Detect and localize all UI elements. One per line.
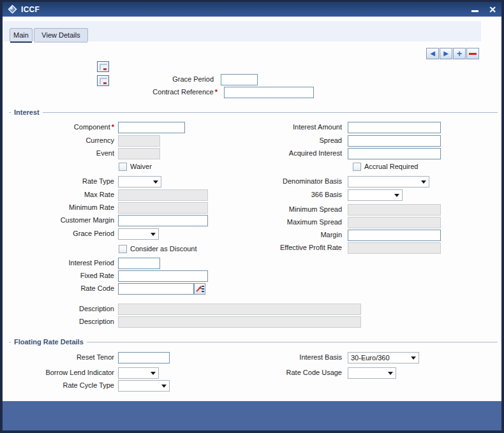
delete-record-button[interactable] (466, 48, 479, 59)
rate-code-usage-label: Rate Code Usage (213, 367, 345, 378)
grace-period-top-label: Grace Period (121, 74, 216, 85)
max-rate-input (118, 189, 208, 201)
maximum-spread-label: Maximum Spread (213, 217, 345, 228)
component-label: Component* (3, 122, 117, 133)
spread-label: Spread (213, 135, 345, 146)
fixed-rate-label: Fixed Rate (3, 270, 117, 281)
minus-icon (469, 53, 477, 55)
interest-period-label: Interest Period (3, 258, 117, 268)
chevron-down-icon (153, 180, 158, 184)
contract-reference-input[interactable] (224, 87, 314, 98)
reset-tenor-label: Reset Tenor (3, 352, 117, 363)
chevron-down-icon (161, 385, 167, 388)
rate-type-select[interactable] (118, 176, 161, 187)
add-record-button[interactable]: + (453, 48, 466, 59)
footer-bar (3, 401, 501, 430)
minimum-rate-input (118, 202, 208, 214)
minimize-icon[interactable] (471, 10, 478, 12)
fixed-rate-input[interactable] (118, 270, 208, 282)
consider-as-discount-label: Consider as Discount (130, 244, 197, 254)
description1-input (118, 304, 361, 315)
chevron-down-icon (388, 372, 393, 375)
grace-period-label: Grace Period (3, 228, 117, 239)
grace-period-top-input[interactable] (221, 74, 258, 85)
waiver-label: Waiver (130, 162, 152, 172)
waiver-checkbox[interactable] (119, 163, 127, 171)
tab-view-details-underline (34, 41, 87, 43)
chevron-down-icon (394, 194, 399, 197)
event-input (118, 148, 160, 159)
interest-amount-label: Interest Amount (213, 122, 345, 133)
accrual-required-label: Accrual Required (364, 162, 418, 172)
lov-icon (195, 284, 205, 294)
next-record-button[interactable]: ▶ (440, 48, 452, 59)
window-title: ICCF (21, 5, 40, 14)
tab-main-underline (10, 41, 32, 43)
previous-icon: ◀ (430, 50, 435, 57)
next-icon: ▶ (443, 50, 448, 57)
record-nav-toolbar: ◀ ▶ + (426, 48, 479, 59)
customer-margin-label: Customer Margin (3, 215, 117, 226)
rate-type-label: Rate Type (3, 176, 117, 187)
chevron-down-icon (421, 180, 426, 184)
chevron-down-icon (151, 372, 156, 375)
denominator-basis-label: Denominator Basis (213, 176, 345, 187)
rate-code-input[interactable] (118, 283, 194, 295)
interest-basis-label: Interest Basis (213, 352, 345, 363)
tab-strip: Main View Details (4, 21, 481, 41)
description1-label: Description (3, 304, 117, 314)
borrow-lend-indicator-select[interactable] (118, 367, 159, 379)
field-action-icon-1[interactable] (97, 61, 109, 72)
field-action-icon-2[interactable] (97, 75, 109, 86)
rate-code-lov-button[interactable] (194, 283, 205, 295)
floating-section-title: Floating Rate Details (11, 338, 87, 346)
max-rate-label: Max Rate (3, 189, 117, 200)
effective-profit-rate-label: Effective Profit Rate (213, 242, 345, 253)
effective-profit-rate-input (348, 242, 441, 254)
maximum-spread-input (348, 217, 441, 228)
tab-view-details[interactable]: View Details (34, 28, 88, 41)
iccf-dialog: ICCF ✕ Main View Details ◀ ▶ (0, 0, 504, 433)
acquired-interest-label: Acquired Interest (213, 148, 345, 159)
chevron-down-icon (411, 356, 416, 360)
component-input[interactable] (118, 122, 185, 133)
tab-main[interactable]: Main (10, 28, 33, 41)
minimum-spread-label: Minimum Spread (213, 204, 345, 215)
description2-input (118, 316, 361, 328)
dialog-body: Main View Details ◀ ▶ + (3, 17, 501, 401)
app-diamond-icon (8, 4, 17, 14)
spread-input[interactable] (348, 135, 441, 147)
minimum-spread-input (348, 204, 441, 216)
currency-input (118, 135, 160, 147)
plus-icon: + (457, 50, 462, 58)
rate-code-usage-select[interactable] (348, 367, 396, 379)
margin-input[interactable] (348, 230, 441, 241)
interest-period-input[interactable] (118, 258, 160, 269)
reset-tenor-input[interactable] (118, 352, 170, 363)
acquired-interest-input[interactable] (348, 148, 441, 159)
denominator-basis-select[interactable] (348, 176, 429, 187)
consider-as-discount-checkbox[interactable] (119, 245, 127, 253)
margin-label: Margin (213, 230, 345, 240)
rate-cycle-type-select[interactable] (118, 380, 170, 392)
contract-reference-label: Contract Reference* (121, 87, 220, 98)
previous-record-button[interactable]: ◀ (426, 48, 439, 59)
event-label: Event (3, 148, 117, 159)
chevron-down-icon (151, 233, 156, 236)
interest-section-title: Interest (11, 108, 43, 117)
grace-period-select[interactable] (118, 228, 159, 240)
interest-basis-select[interactable]: 30-Euro/360 (348, 352, 419, 363)
366-basis-label: 366 Basis (213, 189, 345, 200)
rate-cycle-type-label: Rate Cycle Type (3, 380, 117, 391)
interest-section-line (9, 112, 498, 113)
interest-amount-input[interactable] (348, 122, 441, 133)
366-basis-select[interactable] (348, 189, 403, 201)
title-bar: ICCF ✕ (3, 2, 501, 17)
accrual-required-checkbox[interactable] (353, 163, 361, 171)
customer-margin-input[interactable] (118, 215, 208, 226)
borrow-lend-indicator-label: Borrow Lend Indicator (3, 367, 117, 378)
close-icon[interactable]: ✕ (489, 5, 496, 14)
description2-label: Description (3, 316, 117, 327)
rate-code-label: Rate Code (3, 283, 117, 294)
minimum-rate-label: Minimum Rate (3, 202, 117, 213)
